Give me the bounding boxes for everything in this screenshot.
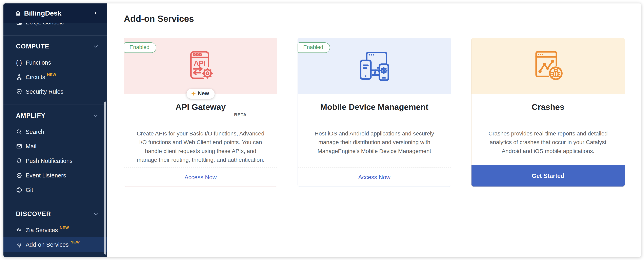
crash-analytics-bug-icon xyxy=(530,50,566,82)
new-pill-label: New xyxy=(198,90,209,97)
sparkle-icon: ✦ xyxy=(191,91,196,96)
devices-icon xyxy=(355,51,394,81)
card-description: Host iOS and Android applications and se… xyxy=(309,129,440,155)
sidebar-item-label: Mail xyxy=(26,143,36,150)
card-header: Enabled API xyxy=(124,38,277,94)
section-label: DISCOVER xyxy=(16,210,51,218)
access-now-link[interactable]: Access Now xyxy=(358,174,390,181)
card-title: Crashes xyxy=(532,102,564,112)
new-badge: NEW xyxy=(60,226,69,230)
get-started-button[interactable]: Get Started xyxy=(472,165,624,187)
chevron-down-icon[interactable] xyxy=(93,211,99,217)
chevron-down-icon[interactable] xyxy=(93,113,99,119)
app-window: BillingDesk ZCQL Console C xyxy=(3,3,641,257)
mail-icon xyxy=(16,143,22,150)
sidebar-scrollbar-thumb[interactable] xyxy=(104,102,106,255)
card-title: API Gateway xyxy=(176,102,226,112)
new-pill-badge: ✦ New xyxy=(186,89,214,99)
sidebar-item-mail[interactable]: Mail xyxy=(4,139,107,154)
card-title: Mobile Device Management xyxy=(320,102,428,112)
sidebar-item-label: Search xyxy=(26,129,44,135)
circuit-nodes-icon xyxy=(16,74,22,80)
svg-text:API: API xyxy=(194,59,206,67)
section-discover[interactable]: DISCOVER xyxy=(4,203,107,223)
braces-icon: { } xyxy=(16,59,22,66)
main-content: Add-on Services Enabled xyxy=(107,3,641,257)
sidebar-menu: ZCQL Console COMPUTE { } Functions xyxy=(4,15,107,252)
chevron-down-icon[interactable] xyxy=(93,43,99,49)
search-icon xyxy=(16,128,22,135)
card-crashes: Crashes Crashes provides real-time repor… xyxy=(471,38,625,187)
sidebar-item-push-notifications[interactable]: Push Notifications xyxy=(4,154,107,168)
sidebar-item-circuits[interactable]: Circuits NEW xyxy=(4,70,107,84)
home-icon xyxy=(15,10,21,16)
bell-icon xyxy=(16,157,22,164)
card-description: Create APIs for your Basic I/O functions… xyxy=(135,129,266,164)
sidebar-item-git[interactable]: Git xyxy=(4,183,107,197)
sidebar-item-label: Git xyxy=(26,187,33,193)
card-body: API Gateway BETA Create APIs for your Ba… xyxy=(124,94,277,168)
event-hexagon-icon xyxy=(16,172,22,179)
shield-check-icon xyxy=(16,88,22,95)
card-api-gateway: Enabled API xyxy=(124,38,277,187)
sidebar: BillingDesk ZCQL Console C xyxy=(4,3,107,257)
sidebar-item-label: Add-on Services xyxy=(26,242,69,248)
section-amplify[interactable]: AMPLIFY xyxy=(4,105,107,125)
sidebar-item-label: Push Notifications xyxy=(26,158,72,164)
card-mobile-device-management: Enabled xyxy=(298,38,451,187)
project-switcher[interactable]: BillingDesk xyxy=(4,3,107,23)
sidebar-item-functions[interactable]: { } Functions xyxy=(4,55,107,70)
page-title: Add-on Services xyxy=(124,13,641,24)
sidebar-item-add-on-services[interactable]: Add-on Services NEW xyxy=(4,237,107,252)
sidebar-item-label: Functions xyxy=(26,59,51,66)
access-now-link[interactable]: Access Now xyxy=(184,174,217,181)
status-badge: Enabled xyxy=(298,42,330,53)
card-header: Enabled xyxy=(298,38,451,94)
card-footer: Access Now xyxy=(124,168,277,187)
sidebar-item-label: Event Listeners xyxy=(26,172,66,179)
api-gateway-icon: API xyxy=(186,50,216,82)
beta-tag: BETA xyxy=(234,112,247,117)
status-badge: Enabled xyxy=(124,42,156,53)
sidebar-item-event-listeners[interactable]: Event Listeners xyxy=(4,168,107,183)
zia-icon xyxy=(16,227,22,234)
sidebar-item-label: Zia Services xyxy=(26,227,58,234)
new-badge: NEW xyxy=(47,72,56,77)
sidebar-item-zia-services[interactable]: Zia Services NEW xyxy=(4,223,107,237)
sidebar-item-label: Security Rules xyxy=(26,88,64,95)
project-name: BillingDesk xyxy=(24,9,62,17)
section-compute[interactable]: COMPUTE xyxy=(4,35,107,55)
sidebar-item-search[interactable]: Search xyxy=(4,125,107,139)
expand-right-icon[interactable] xyxy=(93,11,98,15)
new-badge: NEW xyxy=(70,240,80,245)
sidebar-item-label: Circuits xyxy=(26,74,45,80)
github-icon xyxy=(16,187,22,193)
section-label: COMPUTE xyxy=(16,43,50,50)
card-header xyxy=(472,38,624,94)
sidebar-item-security-rules[interactable]: Security Rules xyxy=(4,84,107,99)
card-footer: Access Now xyxy=(298,168,451,187)
addon-cards: Enabled API xyxy=(124,38,641,187)
section-label: AMPLIFY xyxy=(16,112,46,119)
card-body: Crashes Crashes provides real-time repor… xyxy=(472,94,624,165)
plug-icon xyxy=(16,241,22,248)
card-body: Mobile Device Management Host iOS and An… xyxy=(298,94,451,168)
card-description: Crashes provides real-time reports and d… xyxy=(482,129,614,155)
